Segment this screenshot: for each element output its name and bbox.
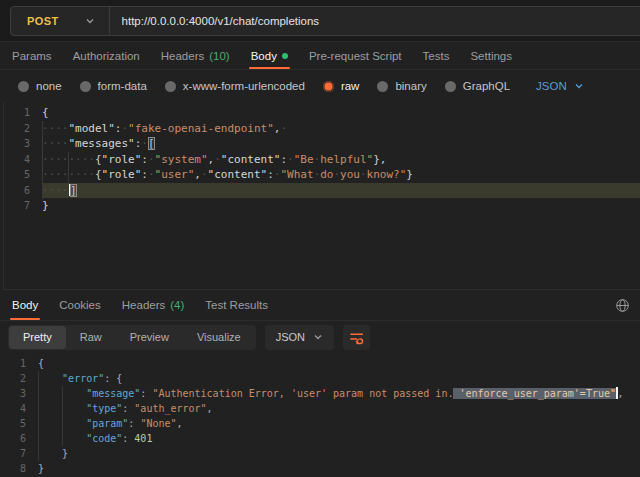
code-token: : <box>141 153 148 166</box>
request-body-editor[interactable]: 1{2····"model":·"fake-openai-endpoint",·… <box>3 102 640 290</box>
radio-form-data[interactable]: form-data <box>80 80 147 92</box>
selected-text: 'enforce_user_param'=True" <box>453 388 616 399</box>
raw-language-selector[interactable]: JSON <box>536 80 584 92</box>
code-line[interactable]: 7} <box>4 198 640 214</box>
code-line-content: } <box>38 446 640 461</box>
code-line-content: "param": "None", <box>38 416 640 431</box>
code-token: { <box>38 358 44 369</box>
tab-headers[interactable]: Headers (10) <box>161 42 230 69</box>
tab-settings[interactable]: Settings <box>470 42 512 69</box>
active-tab-underline <box>249 67 290 69</box>
indent-guide <box>42 121 43 199</box>
code-token: ···· <box>42 122 69 135</box>
code-line[interactable]: 4 "type": "auth_error", <box>0 401 640 416</box>
code-line[interactable]: 3····"messages":·[ <box>4 136 640 152</box>
code-line[interactable]: 7 } <box>0 446 640 461</box>
view-label: Raw <box>80 331 102 343</box>
code-token: { <box>42 106 49 119</box>
code-token <box>38 448 62 459</box>
code-line[interactable]: 8} <box>0 461 640 476</box>
radio-label: none <box>36 80 62 92</box>
url-input[interactable] <box>110 15 640 27</box>
radio-binary[interactable]: binary <box>377 80 426 92</box>
radio-label: raw <box>341 80 360 92</box>
tab-authorization[interactable]: Authorization <box>73 42 140 69</box>
tab-response-headers[interactable]: Headers (4) <box>122 290 185 320</box>
code-token: "auth_error" <box>134 403 206 414</box>
code-token: , <box>177 418 183 429</box>
wrap-lines-button[interactable] <box>343 325 370 350</box>
code-line[interactable]: 2 "error": { <box>0 371 640 386</box>
code-line[interactable]: 5 "param": "None", <box>0 416 640 431</box>
code-token: · <box>214 153 221 166</box>
view-preview-button[interactable]: Preview <box>116 326 183 349</box>
line-number: 2 <box>4 121 42 137</box>
body-type-row: none form-data x-www-form-urlencoded raw… <box>0 70 640 102</box>
code-line-content: { <box>38 356 640 371</box>
line-number: 4 <box>4 152 42 168</box>
code-token: ···· <box>42 137 69 150</box>
line-number: 3 <box>0 386 38 401</box>
code-token: [ <box>148 137 155 150</box>
indent-guide <box>38 371 39 461</box>
tab-body[interactable]: Body <box>251 42 288 69</box>
tab-cookies[interactable]: Cookies <box>59 290 101 320</box>
code-line[interactable]: 1{ <box>0 356 640 371</box>
response-body-viewer[interactable]: 1{2 "error": {3 "message": "Authenticati… <box>0 353 640 477</box>
radio-graphql[interactable]: GraphQL <box>445 80 510 92</box>
code-token: "Authentication Error, 'user' param not … <box>152 388 453 399</box>
radio-x-www-form-urlencoded[interactable]: x-www-form-urlencoded <box>165 80 305 92</box>
code-token: "role" <box>102 153 142 166</box>
code-token: know?" <box>367 168 407 181</box>
code-token: , <box>618 388 624 399</box>
headers-count: (10) <box>209 50 229 62</box>
tab-tests[interactable]: Tests <box>423 42 450 69</box>
code-token: · <box>148 153 155 166</box>
code-line-content: ····"messages":·[ <box>42 136 640 152</box>
tab-pre-request-script[interactable]: Pre-request Script <box>309 42 402 69</box>
tab-label: Body <box>251 50 277 62</box>
code-line-content: "message": "Authentication Error, 'user'… <box>38 386 640 401</box>
code-line[interactable]: 6····] <box>4 183 640 199</box>
method-label: POST <box>27 15 59 27</box>
code-token <box>38 373 62 384</box>
method-selector[interactable]: POST <box>11 7 109 35</box>
code-token: ···· <box>42 184 69 197</box>
tab-label: Pre-request Script <box>309 50 402 62</box>
code-token: : <box>141 168 148 181</box>
tab-response-body[interactable]: Body <box>12 290 38 320</box>
code-token: · <box>280 122 287 135</box>
code-line[interactable]: 4········{"role":·"system",·"content":·"… <box>4 152 640 168</box>
code-line[interactable]: 5········{"role":·"user",·"content":·"Wh… <box>4 167 640 183</box>
line-number: 3 <box>4 136 42 152</box>
response-language-selector[interactable]: JSON <box>265 325 334 350</box>
code-line[interactable]: 1{ <box>4 105 640 121</box>
code-token: : <box>267 168 274 181</box>
line-number: 5 <box>0 416 38 431</box>
code-token: "error" <box>62 373 104 384</box>
code-token: "role" <box>102 168 142 181</box>
code-line[interactable]: 3 "message": "Authentication Error, 'use… <box>0 386 640 401</box>
view-pretty-button[interactable]: Pretty <box>9 326 66 349</box>
globe-icon[interactable] <box>615 298 630 313</box>
response-code: 1{2 "error": {3 "message": "Authenticati… <box>0 356 640 476</box>
code-line-content: ········{"role":·"system",·"content":·"B… <box>42 152 640 168</box>
code-line-content: { <box>42 105 640 121</box>
view-raw-button[interactable]: Raw <box>66 326 116 349</box>
language-label: JSON <box>276 331 305 343</box>
language-label: JSON <box>536 80 567 92</box>
request-tabs: Params Authorization Headers (10) Body P… <box>0 42 640 70</box>
code-token: "type" <box>86 403 122 414</box>
tab-test-results[interactable]: Test Results <box>205 290 268 320</box>
request-code: 1{2····"model":·"fake-openai-endpoint",·… <box>4 105 640 214</box>
line-number: 1 <box>0 356 38 371</box>
code-line[interactable]: 2····"model":·"fake-openai-endpoint",· <box>4 121 640 137</box>
tab-params[interactable]: Params <box>12 42 52 69</box>
code-token: , <box>194 168 201 181</box>
radio-none[interactable]: none <box>18 80 62 92</box>
radio-raw[interactable]: raw <box>323 80 360 92</box>
view-visualize-button[interactable]: Visualize <box>183 326 255 349</box>
chevron-down-icon <box>85 16 95 26</box>
wrap-text-icon <box>348 329 365 346</box>
code-line[interactable]: 6 "code": 401 <box>0 431 640 446</box>
